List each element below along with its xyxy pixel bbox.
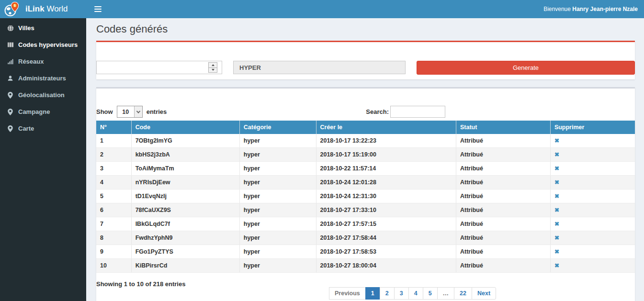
page-title: Codes générés bbox=[96, 23, 635, 35]
cell-category: hyper bbox=[239, 259, 316, 273]
page-button-previous[interactable]: Previous bbox=[329, 287, 366, 300]
cell-delete: ✖ bbox=[550, 134, 635, 148]
page-button-2[interactable]: 2 bbox=[380, 287, 395, 300]
cell-category: hyper bbox=[239, 190, 316, 203]
search-input[interactable] bbox=[390, 106, 445, 118]
page-button-22[interactable]: 22 bbox=[454, 287, 472, 300]
sidebar-item-label: Codes hyperviseurs bbox=[18, 41, 78, 48]
column-header-code[interactable]: Code bbox=[131, 121, 239, 134]
cell-delete: ✖ bbox=[550, 190, 635, 203]
cell-num: 5 bbox=[96, 190, 131, 203]
column-header-category[interactable]: Catégorie bbox=[239, 121, 316, 134]
delete-icon[interactable]: ✖ bbox=[554, 151, 559, 158]
delete-icon[interactable]: ✖ bbox=[554, 137, 559, 144]
cell-status: Attribué bbox=[456, 176, 551, 190]
spinner-up-icon[interactable] bbox=[209, 63, 217, 68]
map-marker-icon bbox=[6, 125, 14, 132]
generate-button[interactable]: Generate bbox=[417, 61, 635, 75]
welcome-prefix: Bienvenue bbox=[543, 6, 571, 12]
cell-category: hyper bbox=[239, 148, 316, 162]
table-row: 2 kbHS2j3zbA hyper 2018-10-17 15:19:00 A… bbox=[96, 148, 635, 162]
column-header-num[interactable]: N° bbox=[96, 121, 131, 134]
code-count-input[interactable] bbox=[97, 61, 222, 74]
sidebar-item-villes[interactable]: Villes bbox=[0, 20, 86, 36]
sidebar-toggle-button[interactable] bbox=[86, 0, 110, 18]
cell-created: 2018-10-22 11:57:14 bbox=[316, 162, 456, 176]
cell-code: 78fCaUXZ9S bbox=[131, 203, 239, 217]
cell-created: 2018-10-27 17:57:15 bbox=[316, 217, 456, 231]
codes-table: N° Code Catégorie Créer le Statut Suppri… bbox=[96, 121, 635, 273]
spinner-down-icon[interactable] bbox=[209, 68, 217, 73]
cell-num: 9 bbox=[96, 245, 131, 259]
table-row: 3 ToAiMymaTm hyper 2018-10-22 11:57:14 A… bbox=[96, 162, 635, 176]
cell-category: hyper bbox=[239, 134, 316, 148]
svg-text:$: $ bbox=[14, 3, 16, 7]
cell-created: 2018-10-24 12:31:30 bbox=[316, 190, 456, 203]
entries-info: Showing 1 to 10 of 218 entries bbox=[96, 280, 185, 288]
delete-icon[interactable]: ✖ bbox=[554, 193, 559, 200]
cell-status: Attribué bbox=[456, 245, 551, 259]
cell-num: 10 bbox=[96, 259, 131, 273]
globe-pin-logo-icon: $ bbox=[4, 1, 20, 17]
cell-status: Attribué bbox=[456, 231, 551, 245]
brand-title-light: World bbox=[46, 4, 68, 13]
table-row: 8 FwdhzYphN9 hyper 2018-10-27 17:58:44 A… bbox=[96, 231, 635, 245]
cell-created: 2018-10-17 13:22:23 bbox=[316, 134, 456, 148]
cell-delete: ✖ bbox=[550, 148, 635, 162]
delete-icon[interactable]: ✖ bbox=[554, 207, 559, 213]
cell-created: 2018-10-27 17:58:44 bbox=[316, 231, 456, 245]
column-header-delete[interactable]: Supprimer bbox=[550, 121, 635, 134]
cell-created: 2018-10-24 12:01:28 bbox=[316, 176, 456, 190]
page-button-3[interactable]: 3 bbox=[394, 287, 409, 300]
sidebar-item-campagne[interactable]: Campagne bbox=[0, 103, 86, 120]
table-controls: Show 10 entries Search: bbox=[96, 106, 635, 118]
sidebar-item-label: Campagne bbox=[18, 108, 50, 115]
sidebar-item-carte[interactable]: Carte bbox=[0, 120, 86, 137]
cell-category: hyper bbox=[239, 231, 316, 245]
page-length-select[interactable]: 10 bbox=[117, 106, 143, 118]
code-generator-card: Generate bbox=[96, 41, 635, 79]
page-button-4[interactable]: 4 bbox=[408, 287, 423, 300]
sidebar-item-label: Réseaux bbox=[18, 58, 44, 65]
cell-status: Attribué bbox=[456, 190, 551, 203]
cell-delete: ✖ bbox=[550, 176, 635, 190]
cell-code: kbHS2j3zbA bbox=[131, 148, 239, 162]
page-button-ellipsis[interactable]: … bbox=[437, 287, 455, 300]
brand-logo[interactable]: $ iLink World bbox=[0, 0, 86, 18]
cell-num: 6 bbox=[96, 203, 131, 217]
page-length-control: Show 10 entries bbox=[96, 106, 167, 118]
cell-category: hyper bbox=[239, 245, 316, 259]
cell-num: 8 bbox=[96, 231, 131, 245]
sidebar-item-codes-hyperviseurs[interactable]: Codes hyperviseurs bbox=[0, 36, 86, 53]
sidebar-item-administrateurs[interactable]: Administrateurs bbox=[0, 70, 86, 87]
page-button-next[interactable]: Next bbox=[472, 287, 496, 300]
number-spinner[interactable] bbox=[208, 62, 217, 73]
hamburger-icon bbox=[94, 6, 102, 12]
sidebar-item-g-olocalisation[interactable]: Géolocalisation bbox=[0, 87, 86, 103]
cell-code: FGo1PyZTYS bbox=[131, 245, 239, 259]
cell-delete: ✖ bbox=[550, 217, 635, 231]
search-label: Search: bbox=[366, 108, 389, 115]
cell-delete: ✖ bbox=[550, 245, 635, 259]
cell-created: 2018-10-17 15:19:00 bbox=[316, 148, 456, 162]
delete-icon[interactable]: ✖ bbox=[554, 262, 559, 269]
delete-icon[interactable]: ✖ bbox=[554, 221, 559, 227]
delete-icon[interactable]: ✖ bbox=[554, 234, 559, 241]
cell-delete: ✖ bbox=[550, 231, 635, 245]
delete-icon[interactable]: ✖ bbox=[554, 179, 559, 186]
delete-icon[interactable]: ✖ bbox=[554, 165, 559, 172]
sidebar-item-r-seaux[interactable]: Réseaux bbox=[0, 53, 86, 70]
delete-icon[interactable]: ✖ bbox=[554, 248, 559, 255]
page-button-5[interactable]: 5 bbox=[423, 287, 438, 300]
barcode-icon bbox=[6, 42, 14, 48]
page-button-1[interactable]: 1 bbox=[365, 287, 380, 300]
column-header-created[interactable]: Créer le bbox=[316, 121, 456, 134]
code-count-field bbox=[96, 61, 222, 74]
cell-created: 2018-10-27 17:33:10 bbox=[316, 203, 456, 217]
globe-icon bbox=[6, 25, 14, 32]
main-content: Codes générés Generate Show 10 bbox=[86, 18, 644, 301]
column-header-status[interactable]: Statut bbox=[456, 121, 551, 134]
cell-code: KiBPirsrCd bbox=[131, 259, 239, 273]
table-row: 5 tD1EvqNzIj hyper 2018-10-24 12:31:30 A… bbox=[96, 190, 635, 203]
codes-table-card: Show 10 entries Search: N° Code bbox=[96, 87, 635, 301]
